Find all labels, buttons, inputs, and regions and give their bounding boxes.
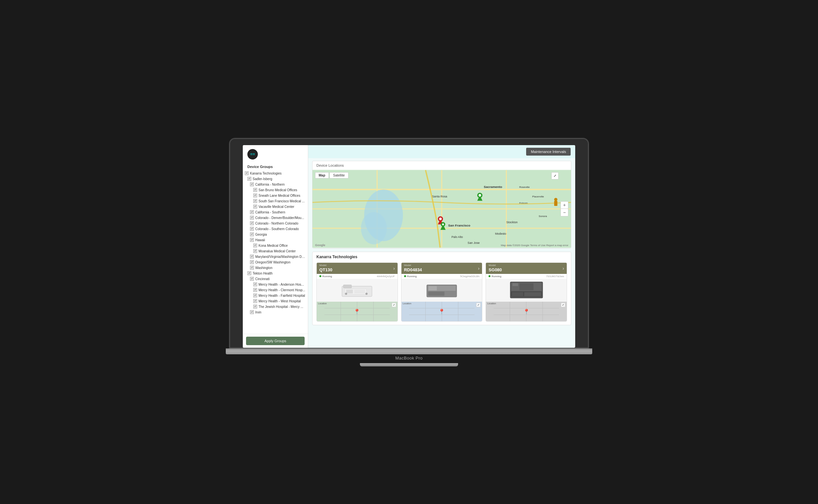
map-tab-map[interactable]: Map: [315, 172, 329, 178]
checkbox-moanalua[interactable]: ✓: [253, 249, 257, 253]
card-image-1: [401, 279, 482, 302]
sidebar-item-mercy-west[interactable]: ✓Mercy Health - West Hospital: [243, 298, 308, 304]
device-card-0[interactable]: Model QT130 › Running 4A4HNQs2yUF Locati…: [316, 262, 398, 322]
card-model-label-0: Model: [319, 264, 332, 267]
sidebar-item-vacaville[interactable]: ✓Vacaville Medical Center: [243, 204, 308, 210]
checkbox-co-south[interactable]: ✓: [250, 227, 254, 231]
svg-rect-46: [446, 292, 455, 296]
map-zoom-in-button[interactable]: +: [561, 202, 568, 209]
sidebar-item-kanarra[interactable]: ✓Kanarra Technologies: [243, 171, 308, 176]
svg-text:Roseville: Roseville: [519, 185, 530, 188]
checkbox-sneath[interactable]: ✓: [253, 193, 257, 197]
checkbox-georgia[interactable]: ✓: [250, 232, 254, 236]
sidebar-item-san-bruno[interactable]: ✓San Bruno Medical Offices: [243, 187, 308, 193]
sidebar-tree: ✓Kanarra Technologies✓Sadler-Isberg✓Cali…: [243, 171, 308, 334]
sidebar-item-mercy-clermont[interactable]: ✓Mercy Health - Clermont Hosp...: [243, 287, 308, 293]
sidebar-item-mercy-anderson[interactable]: ✓Mercy Health - Anderson Hos...: [243, 282, 308, 287]
svg-text:Stockton: Stockton: [506, 221, 518, 224]
sidebar-label-san-bruno: San Bruno Medical Offices: [259, 188, 306, 193]
checkbox-cal-north[interactable]: ✓: [250, 182, 254, 186]
checkbox-maryland[interactable]: ✓: [250, 255, 254, 259]
card-chevron-1[interactable]: ›: [478, 266, 480, 271]
sidebar-item-hawaii[interactable]: ✓Hawaii: [243, 237, 308, 243]
map-panel: Device Locations: [312, 161, 571, 248]
checkbox-washington[interactable]: ✓: [250, 266, 254, 270]
sidebar-item-cal-south[interactable]: ✓California - Southern: [243, 210, 308, 215]
sidebar-item-co-north[interactable]: ✓Colorado - Northern Colorado: [243, 221, 308, 226]
checkbox-mercy-fairfield[interactable]: ✓: [253, 294, 257, 297]
sidebar-item-cincinnati[interactable]: ✓Cincinnati: [243, 276, 308, 282]
app-logo: ≡≡: [247, 149, 258, 160]
sidebar-item-cal-north[interactable]: ✓California - Northern: [243, 182, 308, 187]
svg-rect-48: [438, 286, 443, 290]
top-bar: Maintenance Intervals: [308, 145, 575, 158]
checkbox-vacaville[interactable]: ✓: [253, 205, 257, 209]
sidebar-item-sadler[interactable]: ✓Sadler-Isberg: [243, 176, 308, 182]
checkbox-co-denver[interactable]: ✓: [250, 216, 254, 220]
serial-2: 7SSJ8GT&Sws: [546, 275, 564, 278]
checkbox-cincinnati[interactable]: ✓: [250, 277, 254, 281]
checkbox-jewish[interactable]: ✓: [253, 305, 257, 309]
checkbox-san-bruno[interactable]: ✓: [253, 188, 257, 192]
checkbox-hawaii[interactable]: ✓: [250, 238, 254, 242]
card-map-0[interactable]: Location ⤢ 📍: [317, 302, 398, 321]
sidebar-item-co-denver[interactable]: ✓Colorado - Denver/Boulder/Mou...: [243, 215, 308, 221]
sidebar-item-south-sf[interactable]: ✓South San Francisco Medical ...: [243, 198, 308, 204]
checkbox-kanarra[interactable]: ✓: [245, 171, 249, 175]
svg-text:San Jose: San Jose: [468, 241, 480, 244]
map-zoom-controls: + −: [560, 201, 568, 216]
checkbox-mercy-west[interactable]: ✓: [253, 299, 257, 303]
card-image-0: [317, 279, 398, 302]
checkbox-oregon[interactable]: ✓: [250, 260, 254, 264]
svg-text:Santa Rosa: Santa Rosa: [432, 195, 447, 198]
card-map-1[interactable]: Location ⤢ 📍: [401, 302, 482, 321]
checkbox-cal-south[interactable]: ✓: [250, 210, 254, 214]
checkbox-co-north[interactable]: ✓: [250, 221, 254, 225]
svg-point-8: [361, 212, 387, 244]
device-card-1[interactable]: Model RD04834 › Running 5CkqyHaGDLBh Loc…: [401, 262, 483, 322]
maintenance-intervals-button[interactable]: Maintenance Intervals: [526, 148, 571, 156]
sidebar-label-mercy-fairfield: Mercy Health - Fairfield Hospital: [259, 293, 306, 298]
sidebar-item-oregon[interactable]: ✓Oregon/SW Washington: [243, 260, 308, 265]
sidebar-item-tekton[interactable]: ✓Tekton Health: [243, 271, 308, 276]
map-expand-button[interactable]: ⤢: [551, 172, 558, 179]
sidebar-item-mercy-fairfield[interactable]: ✓Mercy Health - Fairfield Hospital: [243, 293, 308, 298]
checkbox-kona[interactable]: ✓: [253, 244, 257, 247]
sidebar-label-sneath: Sneath Lane Medical Offices: [259, 193, 306, 198]
card-chevron-2[interactable]: ›: [562, 266, 564, 271]
macbook-frame: ≡≡ Device Groups ✓Kanarra Technologies✓S…: [229, 138, 589, 366]
sidebar-label-irvin: Irvin: [255, 310, 306, 315]
checkbox-irvin[interactable]: ✓: [250, 310, 254, 314]
checkbox-sadler[interactable]: ✓: [247, 177, 251, 181]
svg-rect-59: [512, 283, 518, 286]
sidebar-item-sneath[interactable]: ✓Sneath Lane Medical Offices: [243, 193, 308, 198]
checkbox-mercy-anderson[interactable]: ✓: [253, 282, 257, 286]
checkbox-mercy-clermont[interactable]: ✓: [253, 288, 257, 292]
map-svg: San Francisco Santa Rosa Sacramento Fols…: [313, 170, 571, 248]
card-header-2: Model SG080 ›: [486, 263, 567, 274]
map-zoom-out-button[interactable]: −: [561, 209, 568, 216]
card-chevron-0[interactable]: ›: [393, 266, 395, 271]
card-model-label-1: Model: [404, 264, 422, 267]
sidebar-label-hawaii: Hawaii: [255, 238, 306, 243]
sidebar-item-co-south[interactable]: ✓Colorado - Southern Colorado: [243, 226, 308, 232]
sidebar-item-maryland[interactable]: ✓Maryland/Virginia/Washington D.C.: [243, 254, 308, 260]
svg-rect-47: [429, 286, 437, 290]
sidebar-item-irvin[interactable]: ✓Irvin: [243, 310, 308, 315]
sidebar-label-washington: Washington: [255, 265, 306, 270]
card-status-2: Running 7SSJ8GT&Sws: [486, 274, 567, 279]
card-map-2[interactable]: Location ⤢ 📍: [486, 302, 567, 321]
checkbox-south-sf[interactable]: ✓: [253, 199, 257, 203]
checkbox-tekton[interactable]: ✓: [247, 271, 251, 275]
apply-groups-button[interactable]: Apply Groups: [246, 337, 305, 345]
sidebar-item-moanalua[interactable]: ✓Moanalua Medical Center: [243, 248, 308, 254]
card-model-name-0: QT130: [319, 267, 332, 272]
map-tab-satellite[interactable]: Satellite: [330, 172, 349, 178]
sidebar-label-co-south: Colorado - Southern Colorado: [255, 227, 306, 231]
sidebar-item-jewish[interactable]: ✓The Jewish Hospital - Mercy ...: [243, 304, 308, 310]
sidebar-label-jewish: The Jewish Hospital - Mercy ...: [259, 304, 306, 309]
sidebar-item-washington[interactable]: ✓Washington: [243, 265, 308, 271]
sidebar-item-georgia[interactable]: ✓Georgia: [243, 232, 308, 237]
sidebar-item-kona[interactable]: ✓Kona Medical Office: [243, 243, 308, 248]
device-card-2[interactable]: Model SG080 › Running 7SSJ8GT&Sws Locati…: [486, 262, 567, 322]
